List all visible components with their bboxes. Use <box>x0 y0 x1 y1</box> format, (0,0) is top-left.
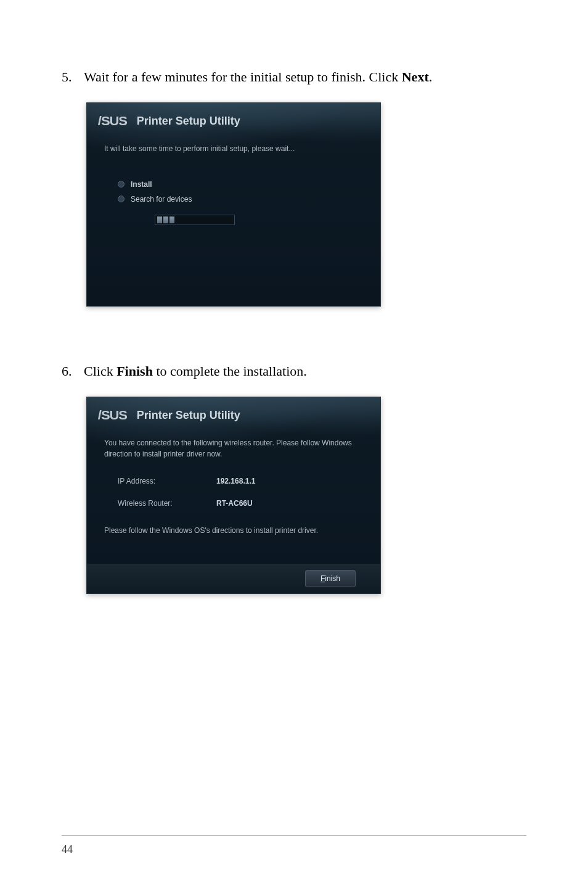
info-text: It will take some time to perform initia… <box>104 143 363 154</box>
screenshot-dialog-1: /SUS Printer Setup Utility It will take … <box>86 102 381 307</box>
dialog-header: /SUS Printer Setup Utility <box>87 103 380 134</box>
text-segment: Click <box>84 363 116 379</box>
page-content: 5. Wait for a few minutes for the initia… <box>0 0 588 594</box>
text-bold: Next <box>402 69 429 85</box>
router-label: Wireless Router: <box>118 499 216 508</box>
radio-label: Install <box>131 180 152 189</box>
page-number: 44 <box>62 843 526 856</box>
text-segment: . <box>429 69 433 85</box>
progress-segment <box>157 217 162 223</box>
radio-search-devices[interactable]: Search for devices <box>118 195 363 204</box>
dialog-title: Printer Setup Utility <box>137 115 240 128</box>
finish-button[interactable]: Finish <box>305 570 356 587</box>
radio-circle-icon <box>118 196 125 202</box>
finish-rest: inish <box>325 574 340 583</box>
text-segment: to complete the installation. <box>153 363 307 379</box>
dialog-body: It will take some time to perform initia… <box>87 134 380 237</box>
text-segment: Wait for a few minutes for the initial s… <box>84 69 402 85</box>
dialog-footer: Finish <box>87 564 380 593</box>
progress-segment <box>163 217 168 223</box>
screenshot-dialog-2: /SUS Printer Setup Utility You have conn… <box>86 397 381 594</box>
step-text: Click Finish to complete the installatio… <box>84 362 307 381</box>
dialog-body: You have connected to the following wire… <box>87 429 380 559</box>
step-text: Wait for a few minutes for the initial s… <box>84 68 432 87</box>
radio-install[interactable]: Install <box>118 180 363 189</box>
ip-value: 192.168.1.1 <box>216 477 255 485</box>
follow-text: Please follow the Windows OS's direction… <box>104 526 363 535</box>
info-row-ip: IP Address: 192.168.1.1 <box>104 477 363 485</box>
text-bold: Finish <box>116 363 153 379</box>
progress-segment <box>169 217 174 223</box>
footer-divider <box>62 835 526 836</box>
asus-logo: /SUS <box>98 408 127 423</box>
asus-logo: /SUS <box>98 114 127 128</box>
dialog-header: /SUS Printer Setup Utility <box>87 397 380 429</box>
radio-group: Install Search for devices <box>104 180 363 225</box>
dialog-title: Printer Setup Utility <box>137 409 240 422</box>
ip-label: IP Address: <box>118 477 216 485</box>
page-footer: 44 <box>62 835 526 856</box>
radio-label: Search for devices <box>131 195 192 204</box>
progress-bar <box>155 215 235 225</box>
step-number: 6. <box>62 362 79 381</box>
info-row-router: Wireless Router: RT-AC66U <box>104 499 363 508</box>
step-number: 5. <box>62 68 79 87</box>
info-text: You have connected to the following wire… <box>104 437 363 460</box>
radio-circle-icon <box>118 181 125 188</box>
router-value: RT-AC66U <box>216 499 253 508</box>
instruction-step-6: 6. Click Finish to complete the installa… <box>62 362 526 381</box>
instruction-step-5: 5. Wait for a few minutes for the initia… <box>62 68 526 87</box>
